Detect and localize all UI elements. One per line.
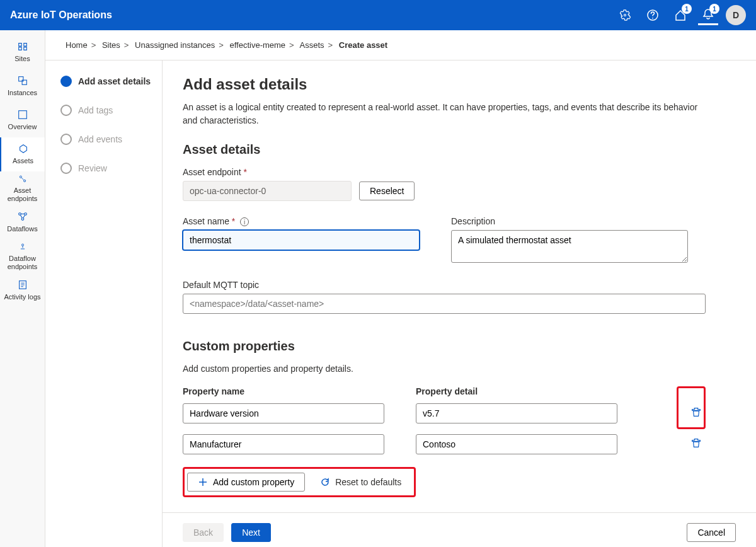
asset-endpoint-field: [183, 181, 352, 201]
trash-icon: [690, 437, 702, 449]
sidebar-item-label: Sites: [14, 55, 30, 63]
sidebar-item-overview[interactable]: Overview: [0, 103, 45, 137]
breadcrumb-link[interactable]: effective-meme: [229, 40, 285, 50]
property-name-field[interactable]: [183, 434, 384, 454]
step-label: Add asset details: [78, 76, 151, 86]
page-title: Add asset details: [183, 76, 706, 93]
property-row: [183, 403, 706, 423]
wizard-steps: Add asset details Add tags Add events Re…: [45, 60, 163, 547]
notifications-icon[interactable]: 1: [698, 5, 718, 25]
custom-properties-subtitle: Add custom properties and property detai…: [183, 364, 706, 374]
sidebar-item-label: Asset endpoints: [1, 187, 43, 203]
sidebar-item-assets[interactable]: Assets: [0, 137, 45, 171]
notifications-badge: 1: [709, 4, 719, 14]
sidebar-item-label: Instances: [8, 89, 37, 97]
svg-point-6: [18, 213, 21, 216]
svg-point-9: [21, 244, 23, 246]
asset-endpoint-label: Asset endpoint *: [183, 167, 706, 177]
info-icon[interactable]: i: [240, 217, 249, 226]
highlight-annotation: [677, 386, 706, 429]
breadcrumb-link[interactable]: Home: [66, 40, 88, 50]
asset-name-field[interactable]: [183, 230, 420, 250]
breadcrumb-link[interactable]: Unassigned instances: [135, 40, 215, 50]
app-header: Azure IoT Operations 1 1 D: [0, 0, 756, 30]
sidebar-item-label: Dataflow endpoints: [1, 255, 43, 271]
property-detail-field[interactable]: [416, 434, 617, 454]
step-marker-icon: [60, 163, 72, 174]
footer-bar: Back Next Cancel: [163, 512, 756, 547]
property-row: [183, 434, 706, 454]
back-button: Back: [183, 523, 224, 542]
asset-details-heading: Asset details: [183, 142, 706, 157]
step-review[interactable]: Review: [60, 163, 152, 174]
sidebar-item-label: Dataflows: [7, 225, 37, 233]
settings-icon[interactable]: [615, 5, 635, 25]
svg-point-7: [24, 213, 26, 216]
page-description: An asset is a logical entity created to …: [183, 101, 706, 127]
step-add-asset-details[interactable]: Add asset details: [60, 76, 152, 87]
step-marker-icon: [60, 134, 72, 145]
custom-properties-heading: Custom properties: [183, 339, 706, 354]
help-icon[interactable]: [643, 5, 663, 25]
feedback-icon[interactable]: 1: [670, 5, 690, 25]
svg-point-5: [23, 180, 25, 181]
breadcrumb-link[interactable]: Sites: [102, 40, 120, 50]
description-label: Description: [451, 216, 688, 226]
cancel-button[interactable]: Cancel: [687, 523, 736, 542]
mqtt-topic-label: Default MQTT topic: [183, 280, 706, 290]
step-label: Add events: [78, 134, 122, 144]
asset-name-label: Asset name * i: [183, 216, 420, 226]
sidebar-item-dataflows[interactable]: Dataflows: [0, 205, 45, 239]
avatar[interactable]: D: [726, 5, 746, 25]
property-detail-header: Property detail: [416, 386, 617, 396]
step-add-tags[interactable]: Add tags: [60, 105, 152, 116]
delete-property-button[interactable]: [687, 434, 706, 454]
reset-to-defaults-button[interactable]: Reset to defaults: [310, 473, 411, 492]
svg-point-8: [21, 218, 24, 221]
property-name-field[interactable]: [183, 403, 384, 423]
app-title: Azure IoT Operations: [10, 9, 615, 21]
next-button[interactable]: Next: [231, 523, 271, 542]
sidebar-item-asset-endpoints[interactable]: Asset endpoints: [0, 171, 45, 205]
mqtt-topic-field[interactable]: [183, 294, 706, 314]
breadcrumb: Home> Sites> Unassigned instances> effec…: [45, 30, 756, 60]
sidebar-item-dataflow-endpoints[interactable]: Dataflow endpoints: [0, 239, 45, 274]
step-marker-icon: [60, 76, 72, 87]
step-label: Review: [78, 163, 107, 173]
svg-rect-3: [18, 111, 26, 119]
description-field[interactable]: A simulated thermostat asset: [451, 230, 688, 263]
step-label: Add tags: [78, 105, 113, 115]
svg-rect-1: [18, 77, 23, 81]
property-name-header: Property name: [183, 386, 384, 396]
step-add-events[interactable]: Add events: [60, 134, 152, 145]
property-detail-field[interactable]: [416, 403, 617, 423]
sidebar: Sites Instances Overview Assets Asset en…: [0, 30, 45, 547]
sidebar-item-label: Activity logs: [4, 293, 40, 301]
plus-icon: [198, 477, 208, 487]
highlight-annotation: Add custom property Reset to defaults: [183, 467, 416, 497]
reselect-button[interactable]: Reselect: [359, 181, 415, 200]
svg-rect-2: [22, 81, 26, 85]
refresh-icon: [320, 477, 330, 487]
breadcrumb-link[interactable]: Assets: [300, 40, 324, 50]
sidebar-item-label: Assets: [13, 157, 33, 165]
sidebar-item-activity-logs[interactable]: Activity logs: [0, 274, 45, 308]
header-icons: 1 1 D: [615, 5, 746, 25]
svg-point-4: [20, 176, 21, 178]
form-panel: Add asset details An asset is a logical …: [163, 60, 756, 512]
add-custom-property-button[interactable]: Add custom property: [187, 473, 305, 492]
sidebar-item-instances[interactable]: Instances: [0, 69, 45, 103]
step-marker-icon: [60, 105, 72, 116]
breadcrumb-current: Create asset: [339, 40, 387, 50]
feedback-badge: 1: [682, 4, 692, 14]
sidebar-item-sites[interactable]: Sites: [0, 35, 45, 69]
sidebar-item-label: Overview: [8, 123, 37, 131]
